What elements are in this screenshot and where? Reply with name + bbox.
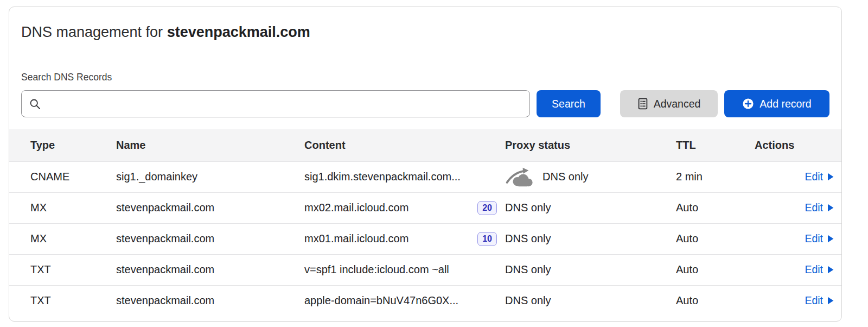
edit-chevron-icon: [827, 266, 834, 274]
edit-chevron-icon: [827, 173, 834, 181]
record-ttl: Auto: [655, 254, 733, 285]
header-proxy-status: Proxy status: [484, 129, 655, 161]
record-content: mx02.mail.icloud.com: [304, 202, 409, 214]
edit-label: Edit: [805, 232, 823, 245]
advanced-button[interactable]: Advanced: [620, 90, 718, 117]
edit-label: Edit: [805, 263, 823, 276]
edit-chevron-icon: [827, 235, 834, 243]
edit-chevron-icon: [827, 204, 834, 212]
search-icon: [29, 98, 41, 110]
record-type: MX: [9, 223, 95, 254]
proxy-status-text: DNS only: [505, 294, 551, 307]
edit-chevron-icon: [827, 297, 834, 305]
record-ttl: Auto: [655, 192, 733, 223]
header-type: Type: [9, 129, 95, 161]
record-content-cell: v=spf1 include:icloud.com ~all: [283, 254, 484, 285]
record-name: sig1._domainkey: [95, 161, 283, 192]
edit-record-button[interactable]: Edit: [805, 263, 834, 276]
record-name: stevenpackmail.com: [95, 285, 283, 316]
dns-management-card: DNS management for stevenpackmail.com Se…: [9, 7, 842, 322]
record-actions-cell: Edit: [733, 192, 841, 223]
advanced-list-icon: [637, 98, 648, 110]
record-content-cell: apple-domain=bNuV47n6G0X...: [283, 285, 484, 316]
search-input[interactable]: [46, 98, 522, 110]
header-content: Content: [283, 129, 484, 161]
table-row: CNAME sig1._domainkey sig1.dkim.stevenpa…: [9, 161, 841, 192]
dns-table-header: Type Name Content Proxy status TTL Actio…: [9, 129, 841, 161]
header-actions: Actions: [733, 129, 841, 161]
proxy-status-text: DNS only: [505, 232, 551, 245]
edit-label: Edit: [805, 202, 823, 214]
record-content-cell: mx01.mail.icloud.com 10: [283, 223, 484, 254]
plus-circle-icon: [742, 98, 754, 110]
record-type: TXT: [9, 254, 95, 285]
search-button-label: Search: [552, 98, 585, 110]
table-row: MX stevenpackmail.com mx02.mail.icloud.c…: [9, 192, 841, 223]
proxy-status-cell: DNS only: [484, 192, 655, 223]
record-content: apple-domain=bNuV47n6G0X...: [304, 294, 458, 307]
record-name: stevenpackmail.com: [95, 254, 283, 285]
table-row: TXT stevenpackmail.com apple-domain=bNuV…: [9, 285, 841, 316]
record-content: sig1.dkim.stevenpackmail.com...: [304, 171, 461, 183]
advanced-button-label: Advanced: [654, 98, 701, 110]
table-row: MX stevenpackmail.com mx01.mail.icloud.c…: [9, 223, 841, 254]
edit-label: Edit: [805, 171, 823, 183]
record-actions-cell: Edit: [733, 254, 841, 285]
record-type: MX: [9, 192, 95, 223]
record-content-cell: mx02.mail.icloud.com 20: [283, 192, 484, 223]
page-title: DNS management for stevenpackmail.com: [21, 23, 829, 41]
edit-record-button[interactable]: Edit: [805, 232, 834, 245]
record-ttl: 2 min: [655, 161, 733, 192]
dns-table-body: CNAME sig1._domainkey sig1.dkim.stevenpa…: [9, 161, 841, 316]
header-ttl: TTL: [655, 129, 733, 161]
mx-priority-badge: 20: [477, 201, 497, 215]
record-actions-cell: Edit: [733, 161, 841, 192]
record-ttl: Auto: [655, 285, 733, 316]
proxy-status-cell: DNS only: [484, 161, 655, 192]
record-content: mx01.mail.icloud.com: [304, 232, 409, 245]
dns-only-cloud-icon: [505, 167, 535, 187]
record-content-cell: sig1.dkim.stevenpackmail.com...: [283, 161, 484, 192]
mx-priority-badge: 10: [477, 232, 497, 246]
proxy-status-text: DNS only: [505, 263, 551, 276]
header-name: Name: [95, 129, 283, 161]
dns-records-table: Type Name Content Proxy status TTL Actio…: [9, 129, 841, 316]
zone-name: stevenpackmail.com: [167, 24, 310, 40]
page-title-prefix: DNS management for: [21, 24, 167, 40]
search-input-container[interactable]: [21, 90, 530, 117]
table-row: TXT stevenpackmail.com v=spf1 include:ic…: [9, 254, 841, 285]
edit-record-button[interactable]: Edit: [805, 294, 834, 307]
proxy-status-cell: DNS only: [484, 254, 655, 285]
proxy-status-text: DNS only: [542, 171, 588, 183]
proxy-status-cell: DNS only: [484, 223, 655, 254]
record-type: TXT: [9, 285, 95, 316]
search-button[interactable]: Search: [537, 90, 601, 117]
dns-controls-row: Search Advanced Add record: [21, 90, 829, 117]
record-actions-cell: Edit: [733, 285, 841, 316]
record-type: CNAME: [9, 161, 95, 192]
edit-record-button[interactable]: Edit: [805, 202, 834, 214]
record-name: stevenpackmail.com: [95, 192, 283, 223]
record-actions-cell: Edit: [733, 223, 841, 254]
add-record-button[interactable]: Add record: [724, 90, 829, 117]
add-record-button-label: Add record: [760, 98, 811, 110]
edit-record-button[interactable]: Edit: [805, 171, 834, 183]
edit-label: Edit: [805, 294, 823, 307]
proxy-status-cell: DNS only: [484, 285, 655, 316]
record-content: v=spf1 include:icloud.com ~all: [304, 263, 449, 276]
record-ttl: Auto: [655, 223, 733, 254]
search-records-label: Search DNS Records: [21, 72, 829, 83]
proxy-status-text: DNS only: [505, 202, 551, 214]
record-name: stevenpackmail.com: [95, 223, 283, 254]
